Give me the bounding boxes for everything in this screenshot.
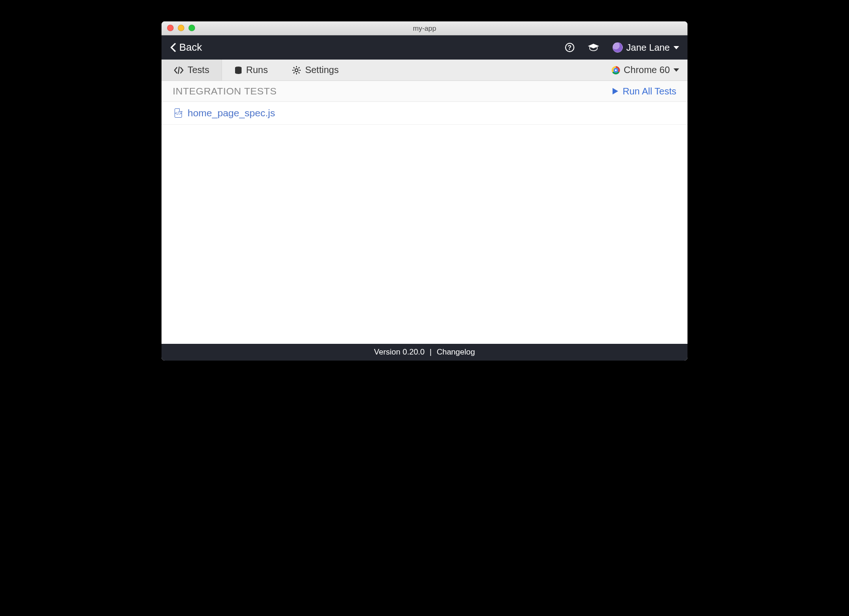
- user-menu[interactable]: Jane Lane: [613, 42, 679, 53]
- app-window: my-app Back ? Jane Lane: [162, 21, 687, 361]
- tabstrip: Tests Runs Settings Chrome 60: [162, 60, 687, 81]
- tab-tests[interactable]: Tests: [162, 60, 222, 80]
- svg-line-8: [299, 67, 300, 68]
- svg-line-6: [294, 67, 295, 68]
- tab-runs[interactable]: Runs: [222, 60, 280, 80]
- graduation-cap-icon[interactable]: [587, 43, 600, 52]
- tab-runs-label: Runs: [246, 65, 268, 75]
- chevron-down-icon: [674, 46, 679, 49]
- section-title: INTEGRATION TESTS: [173, 86, 277, 97]
- user-name: Jane Lane: [627, 42, 670, 53]
- separator: |: [427, 348, 434, 356]
- play-icon: [613, 88, 618, 94]
- svg-line-9: [294, 72, 295, 73]
- avatar-icon: [613, 42, 623, 53]
- database-icon: [234, 66, 243, 74]
- window-controls: [167, 25, 195, 31]
- browser-picker[interactable]: Chrome 60: [603, 60, 687, 80]
- tab-settings[interactable]: Settings: [280, 60, 350, 80]
- close-window-button[interactable]: [167, 25, 174, 31]
- tab-tests-label: Tests: [188, 65, 209, 75]
- changelog-link[interactable]: Changelog: [437, 348, 475, 356]
- svg-point-1: [295, 68, 298, 71]
- code-icon: [174, 67, 184, 74]
- list-item[interactable]: </> home_page_spec.js: [162, 102, 687, 125]
- chevron-down-icon: [674, 68, 679, 72]
- titlebar: my-app: [162, 21, 687, 35]
- browser-label: Chrome 60: [624, 65, 670, 75]
- help-icon[interactable]: ?: [565, 43, 574, 52]
- gear-icon: [292, 66, 301, 75]
- code-file-icon: </>: [175, 108, 182, 118]
- section-header: INTEGRATION TESTS Run All Tests: [162, 81, 687, 102]
- run-all-tests-button[interactable]: Run All Tests: [613, 86, 676, 97]
- run-all-label: Run All Tests: [623, 86, 676, 97]
- back-label: Back: [179, 41, 202, 54]
- chevron-left-icon: [170, 43, 176, 52]
- navbar: Back ? Jane Lane: [162, 35, 687, 60]
- file-list: </> home_page_spec.js: [162, 102, 687, 344]
- zoom-window-button[interactable]: [189, 25, 195, 31]
- minimize-window-button[interactable]: [178, 25, 184, 31]
- file-name: home_page_spec.js: [188, 107, 275, 119]
- back-button[interactable]: Back: [170, 41, 202, 54]
- svg-line-7: [299, 72, 300, 73]
- version-label: Version 0.20.0: [374, 348, 425, 356]
- window-title: my-app: [413, 24, 436, 32]
- tab-settings-label: Settings: [305, 65, 338, 75]
- footer: Version 0.20.0 | Changelog: [162, 344, 687, 361]
- chrome-icon: [612, 66, 620, 74]
